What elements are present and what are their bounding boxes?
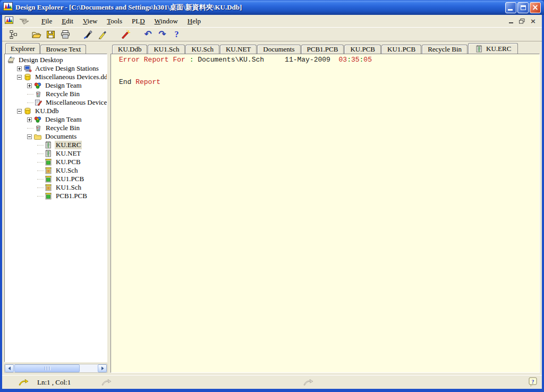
design-manager-button[interactable] [6, 29, 21, 40]
panel-tab-explorer[interactable]: Explorer [5, 43, 40, 54]
menu-help[interactable]: Help [183, 16, 206, 26]
active-pane-arrow-icon [18, 379, 29, 386]
editor-line [119, 71, 539, 79]
document-tab-documents[interactable]: Documents [257, 45, 300, 54]
tree-connector [37, 196, 44, 197]
menu-file[interactable]: File [37, 16, 57, 26]
mdi-minimize-button[interactable] [506, 17, 515, 25]
scrollbar-track[interactable] [14, 364, 98, 372]
tree-item-label: KU.PCB [55, 158, 82, 166]
scroll-left-button[interactable] [5, 364, 14, 372]
document-tab-pcb1-pcb[interactable]: PCB1.PCB [301, 45, 344, 54]
print-icon [60, 30, 71, 39]
tree-item-label: Recycle Bin [45, 90, 81, 98]
minimize-icon [508, 9, 513, 11]
app-icon[interactable] [3, 2, 13, 13]
tree-item-ku1-pcb[interactable]: KU1.PCB [5, 175, 107, 183]
mdi-close-button[interactable]: × [529, 17, 538, 25]
team-icon [33, 115, 42, 124]
save-button[interactable] [44, 29, 58, 40]
status-help-button[interactable]: ? [529, 377, 538, 387]
tree-item-active-design-stations[interactable]: Active Design Stations [5, 64, 107, 73]
tree-item-ku-erc[interactable]: KU.ERC [5, 141, 107, 149]
open-button[interactable] [29, 29, 44, 40]
redo-button[interactable]: ↷ [155, 29, 169, 40]
line-col-indicator: Ln:1 , Col:1 [37, 378, 71, 387]
tree-item-recycle-bin[interactable]: Recycle Bin [5, 90, 107, 98]
document-tab-ku1-pcb[interactable]: KU1.PCB [381, 45, 421, 54]
document-tab-ku-pcb[interactable]: KU.PCB [344, 45, 381, 54]
tree-item-label: Design Team [44, 115, 83, 124]
expand-plus-icon[interactable] [17, 66, 22, 71]
document-tab-ku-net[interactable]: KU.NET [220, 45, 257, 54]
scrollbar-thumb[interactable] [14, 364, 80, 372]
document-tab-ku1-sch[interactable]: KU1.Sch [148, 45, 185, 54]
window-content: FileEditViewToolsPLDWindowHelp × ↶↷? Exp… [2, 15, 542, 389]
tree-connector [27, 94, 33, 95]
menu-view[interactable]: View [78, 16, 102, 26]
close-button[interactable]: × [530, 2, 541, 13]
open-icon [31, 30, 42, 39]
document-tab-label: Documents [263, 45, 294, 54]
tree-item-ku1-sch[interactable]: KU1.Sch [5, 183, 107, 192]
text-editor[interactable]: Error Report For : Documents\KU.Sch 11-M… [110, 54, 540, 373]
report-icon [44, 149, 53, 158]
document-tab-recycle-bin[interactable]: Recycle Bin [422, 45, 468, 54]
scroll-right-button[interactable] [98, 364, 107, 372]
tree-horizontal-scrollbar[interactable] [4, 364, 107, 373]
tree-connector [37, 179, 44, 180]
mdi-minimize-icon [509, 22, 513, 23]
expand-plus-icon[interactable] [27, 117, 32, 122]
document-tab-label: KU1.Sch [154, 45, 179, 54]
document-tab-label: KU.Sch [191, 45, 214, 54]
tree-item-miscellaneous-devices-ddb[interactable]: Miscellaneous Devices.ddb [5, 73, 107, 81]
wizard-button[interactable] [118, 29, 132, 40]
tree-item-ku-pcb[interactable]: KU.PCB [5, 158, 107, 166]
mdi-restore-button[interactable] [517, 17, 526, 25]
minimize-button[interactable] [505, 2, 516, 13]
undo-button[interactable]: ↶ [141, 29, 155, 40]
pen-button[interactable] [95, 29, 109, 40]
expand-plus-icon[interactable] [27, 83, 32, 88]
library-icon [34, 98, 42, 107]
document-system-icon[interactable] [5, 16, 13, 26]
tree-item-label: Documents [44, 132, 78, 141]
tree-item-pcb1-pcb[interactable]: PCB1.PCB [5, 192, 107, 200]
window-controls: × [505, 2, 541, 13]
sch-icon [44, 183, 53, 192]
help-button[interactable]: ? [169, 29, 184, 40]
collapse-minus-icon[interactable] [17, 109, 22, 114]
document-tab-label: KU.Ddb [118, 45, 141, 54]
print-button[interactable] [58, 29, 72, 40]
scrollbar-grip [45, 367, 50, 370]
tree-item-design-desktop[interactable]: Design Desktop [5, 56, 107, 64]
tree-item-design-team[interactable]: Design Team [5, 81, 107, 90]
tree-item-ku-net[interactable]: KU.NET [5, 149, 107, 158]
menu-window[interactable]: Window [150, 16, 183, 26]
design-menu-arrow-icon[interactable] [18, 18, 32, 25]
document-tab-ku-sch[interactable]: KU.Sch [185, 45, 219, 54]
tree-item-recycle-bin[interactable]: Recycle Bin [5, 124, 107, 132]
tree-item-miscellaneous-devices-lib[interactable]: Miscellaneous Devices.lib [5, 98, 107, 107]
maximize-button[interactable] [517, 2, 529, 13]
document-tab-label: KU.NET [226, 45, 251, 54]
tree-item-ku-sch[interactable]: KU.Sch [5, 166, 107, 175]
tree-item-design-team[interactable]: Design Team [5, 115, 107, 124]
collapse-minus-icon[interactable] [17, 75, 22, 80]
collapse-minus-icon[interactable] [27, 134, 32, 139]
desktop-icon [7, 56, 15, 64]
menu-edit[interactable]: Edit [57, 16, 78, 26]
panel-tab-browse-text[interactable]: Browse Text [40, 45, 86, 54]
cut-button[interactable] [81, 29, 95, 40]
document-tab-ku-ddb[interactable]: KU.Ddb [112, 45, 147, 54]
menu-items: FileEditViewToolsPLDWindowHelp [37, 17, 206, 25]
tree-item-ku-ddb[interactable]: KU.Ddb [5, 107, 107, 115]
document-tab-label: KU.ERC [486, 45, 511, 53]
tree-item-label: KU1.Sch [55, 183, 82, 192]
tree-item-documents[interactable]: Documents [5, 132, 107, 141]
window-title: Design Explorer - [C:\Documents and Sett… [15, 3, 505, 12]
document-tab-ku-erc[interactable]: KU.ERC [468, 43, 518, 54]
menu-pld[interactable]: PLD [127, 16, 150, 26]
tree-connector [27, 128, 33, 129]
menu-tools[interactable]: Tools [102, 16, 127, 26]
